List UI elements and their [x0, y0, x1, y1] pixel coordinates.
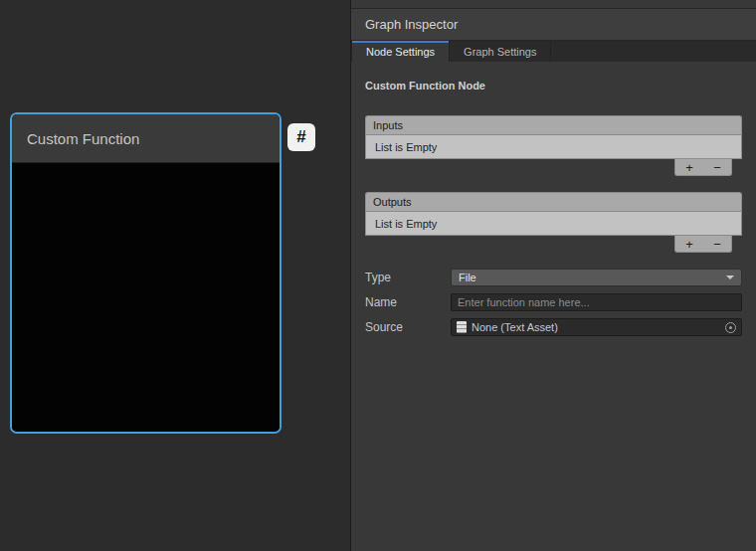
inputs-list-header[interactable]: Inputs [365, 115, 742, 134]
type-dropdown-value: File [459, 272, 476, 283]
shader-graph-window: Custom Function # Graph Inspector Node S… [0, 0, 756, 551]
node-title: Custom Function [27, 130, 139, 147]
tab-graph-settings[interactable]: Graph Settings [450, 41, 551, 62]
type-field-row: Type File [365, 269, 742, 286]
inputs-empty-text: List is Empty [375, 141, 437, 153]
outputs-list-body[interactable]: List is Empty [365, 211, 742, 236]
inputs-add-button[interactable]: + [678, 161, 700, 174]
source-field-label: Source [365, 320, 451, 334]
inspector-title: Graph Inspector [365, 17, 458, 32]
object-picker-icon[interactable] [725, 322, 736, 333]
function-name-input[interactable] [451, 293, 742, 311]
text-asset-icon [457, 321, 467, 333]
outputs-list-title: Outputs [373, 196, 412, 208]
tab-graph-settings-label: Graph Settings [464, 46, 536, 58]
inspector-top-gap [351, 0, 756, 8]
source-object-value: None (Text Asset) [472, 321, 558, 333]
type-dropdown[interactable]: File [451, 269, 742, 286]
tab-node-settings-label: Node Settings [366, 46, 435, 58]
outputs-empty-text: List is Empty [375, 218, 437, 230]
custom-function-badge-icon[interactable]: # [287, 123, 315, 151]
node-settings-panel: Custom Function Node Inputs List is Empt… [351, 62, 756, 336]
section-title: Custom Function Node [365, 80, 742, 92]
outputs-list-header[interactable]: Outputs [365, 192, 742, 211]
name-field-label: Name [365, 295, 451, 309]
outputs-remove-button[interactable]: − [706, 238, 728, 251]
graph-canvas[interactable]: Custom Function # [0, 0, 350, 551]
source-field-row: Source None (Text Asset) [365, 318, 742, 336]
name-field-row: Name [365, 293, 742, 311]
node-header[interactable]: Custom Function [12, 114, 280, 163]
inputs-list-title: Inputs [373, 119, 403, 131]
inspector-header[interactable]: Graph Inspector [351, 8, 756, 41]
inputs-list-body[interactable]: List is Empty [365, 134, 742, 159]
graph-inspector-panel: Graph Inspector Node Settings Graph Sett… [350, 0, 756, 551]
tab-node-settings[interactable]: Node Settings [351, 41, 450, 62]
outputs-list: Outputs List is Empty + − [365, 192, 742, 253]
type-field-label: Type [365, 271, 451, 284]
inputs-remove-button[interactable]: − [706, 161, 728, 174]
hash-icon: # [296, 127, 305, 147]
inputs-list: Inputs List is Empty + − [365, 115, 742, 176]
chevron-down-icon [726, 276, 734, 279]
outputs-list-footer: + − [674, 236, 732, 253]
inputs-list-footer: + − [674, 159, 732, 176]
custom-function-node[interactable]: Custom Function [10, 112, 282, 434]
inspector-tabs: Node Settings Graph Settings [351, 41, 756, 62]
node-body [12, 164, 280, 432]
outputs-add-button[interactable]: + [678, 238, 700, 251]
source-object-field[interactable]: None (Text Asset) [451, 318, 742, 336]
